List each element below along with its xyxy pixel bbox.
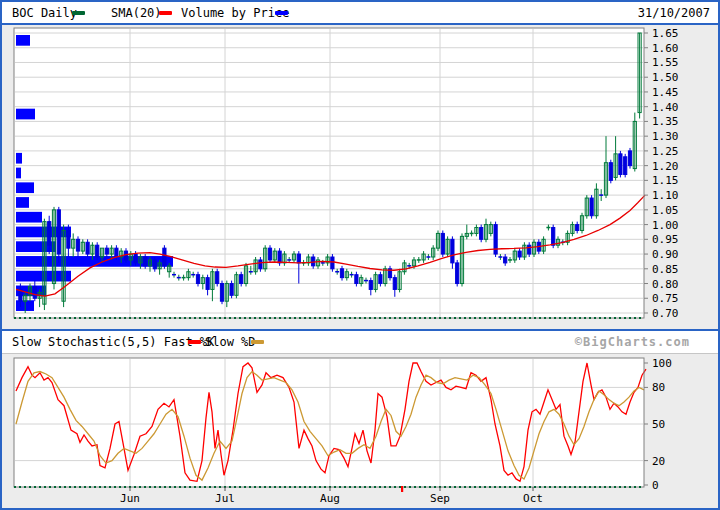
svg-text:80: 80 — [652, 381, 665, 394]
svg-text:1.00: 1.00 — [652, 219, 679, 232]
sma-swatch-icon — [159, 11, 172, 15]
svg-text:1.35: 1.35 — [652, 115, 679, 128]
legend-label-symbol: BOC Daily — [12, 6, 77, 20]
vbp-swatch-icon — [275, 11, 288, 15]
svg-text:1.50: 1.50 — [652, 71, 679, 84]
bigcharts-copyright: ©BigCharts.com — [575, 335, 690, 349]
svg-text:1.15: 1.15 — [652, 174, 679, 187]
svg-text:100: 100 — [652, 357, 672, 370]
main-price-chart — [14, 28, 645, 318]
svg-text:0.85: 0.85 — [652, 263, 679, 276]
svg-text:0.75: 0.75 — [652, 292, 679, 305]
svg-text:1.25: 1.25 — [652, 145, 679, 158]
svg-text:1.10: 1.10 — [652, 189, 679, 202]
legend-label-slow-d: Slow %D — [205, 335, 256, 349]
price-series-swatch-icon — [72, 11, 85, 15]
stochastic-chart — [14, 358, 646, 492]
legend-label-vbp: Volume by Price — [181, 6, 289, 20]
main-legend: BOC Daily SMA(20) Volume by Price 31/10/… — [2, 2, 718, 25]
svg-text:1.45: 1.45 — [652, 86, 679, 99]
price-axis: 1.651.601.551.501.451.401.351.301.251.20… — [644, 27, 679, 320]
event-marker — [401, 486, 403, 492]
chart-canvas: 1.651.601.551.501.451.401.351.301.251.20… — [2, 2, 718, 508]
slow-d-swatch-icon — [251, 340, 264, 344]
stochastic-legend: Slow Stochastic(5,5) Fast %K Slow %D ©Bi… — [2, 329, 718, 354]
svg-text:0: 0 — [652, 479, 659, 492]
svg-text:1.40: 1.40 — [652, 101, 679, 114]
svg-text:50: 50 — [652, 418, 665, 431]
chart-date: 31/10/2007 — [638, 6, 710, 20]
svg-text:0.80: 0.80 — [652, 278, 679, 291]
svg-text:0.95: 0.95 — [652, 233, 679, 246]
svg-text:Jul: Jul — [215, 492, 235, 505]
svg-text:20: 20 — [652, 455, 665, 468]
legend-label-stochastic-k: Slow Stochastic(5,5) Fast %K — [12, 335, 214, 349]
legend-label-sma: SMA(20) — [111, 6, 162, 20]
svg-text:1.05: 1.05 — [652, 204, 679, 217]
svg-text:1.60: 1.60 — [652, 42, 679, 55]
svg-text:Aug: Aug — [320, 492, 340, 505]
month-axis: JunJulAugSepOct — [120, 487, 543, 505]
svg-text:Sep: Sep — [430, 492, 450, 505]
svg-text:1.65: 1.65 — [652, 27, 679, 40]
svg-text:Oct: Oct — [523, 492, 543, 505]
svg-text:1.55: 1.55 — [652, 56, 679, 69]
svg-text:Jun: Jun — [120, 492, 140, 505]
svg-text:1.30: 1.30 — [652, 130, 679, 143]
fast-k-swatch-icon — [188, 340, 201, 344]
bigcharts-frame: 1.651.601.551.501.451.401.351.301.251.20… — [0, 0, 720, 510]
svg-text:1.20: 1.20 — [652, 160, 679, 173]
stochastic-axis: 1008050200 — [644, 357, 672, 492]
svg-text:0.70: 0.70 — [652, 307, 679, 320]
svg-text:0.90: 0.90 — [652, 248, 679, 261]
